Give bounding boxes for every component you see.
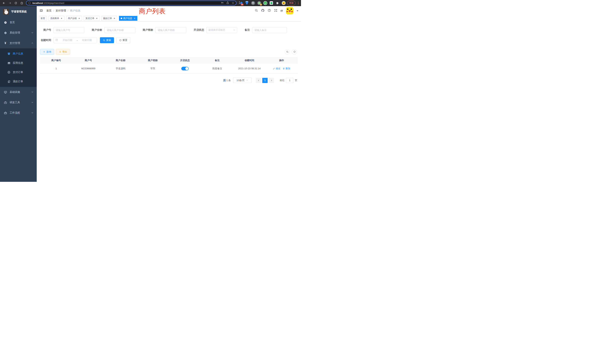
goto-page-input[interactable] <box>286 78 293 83</box>
breadcrumb: 首页 / 支付管理 / 商户信息 <box>46 9 80 12</box>
tab-refund-order[interactable]: 退款订单 ✕ <box>101 16 117 21</box>
close-icon[interactable]: ✕ <box>60 17 63 20</box>
tab-process-form[interactable]: 流程表单 ✕ <box>49 16 64 21</box>
calendar-icon <box>55 39 58 42</box>
page-size-select[interactable]: 10条/页 <box>233 78 252 83</box>
site-info-icon[interactable]: i <box>28 2 31 4</box>
reset-button[interactable]: 重置 <box>116 37 130 43</box>
status-toggle[interactable] <box>181 67 189 70</box>
close-icon[interactable]: ✕ <box>96 17 98 20</box>
extensions-puzzle-icon[interactable] <box>275 1 280 5</box>
date-range-picker[interactable]: 开始日期 - 结束日期 <box>53 37 97 43</box>
sidebar-item-merchant-info[interactable]: 商户信息 <box>0 49 37 58</box>
sidebar-item-infra[interactable]: 基础设施 <box>0 87 37 97</box>
delete-button[interactable]: 删除 <box>283 67 290 70</box>
font-size-icon[interactable]: tT <box>281 9 283 12</box>
remark-input[interactable] <box>252 27 287 33</box>
breadcrumb-separator: / <box>53 9 54 12</box>
extension-command-icon[interactable]: ⌘ <box>251 1 255 5</box>
share-icon[interactable] <box>226 1 229 5</box>
edit-button[interactable]: 修改 <box>273 67 280 70</box>
dashboard-icon <box>4 21 7 24</box>
status-select-placeholder: 请选择开启状态 <box>208 28 225 32</box>
extension-y-icon[interactable]: y <box>263 1 267 5</box>
help-icon[interactable] <box>268 9 271 13</box>
url-host: localhost <box>32 2 43 4</box>
browser-menu-icon[interactable] <box>297 2 300 4</box>
delete-button-label: 删除 <box>285 67 290 70</box>
extension-diamond-icon[interactable]: 10 <box>239 1 243 5</box>
github-icon[interactable] <box>261 9 265 13</box>
extensions-row: 10 ⌘ 1 y <box>239 1 286 5</box>
sidebar-item-app-info[interactable]: 应用信息 <box>0 58 37 68</box>
close-icon[interactable]: ✕ <box>133 17 136 20</box>
add-button[interactable]: 新增 <box>40 49 54 55</box>
column-header: 商户号 <box>72 57 105 64</box>
refresh-button[interactable] <box>292 49 297 54</box>
show-search-button[interactable] <box>285 49 290 54</box>
export-button[interactable]: 导出 <box>56 49 70 55</box>
column-header: 创建时间 <box>233 57 266 64</box>
password-key-icon[interactable] <box>221 1 224 5</box>
sidebar-collapse-icon[interactable] <box>39 9 43 13</box>
merchant-no-label: 商户号 <box>39 28 51 32</box>
tab-pay-order[interactable]: 支付订单 ✕ <box>84 16 99 21</box>
reload-icon[interactable] <box>13 0 18 5</box>
tab-label: 商户信息 <box>123 17 132 20</box>
next-page-button[interactable] <box>269 78 274 83</box>
column-header: 开启状态 <box>169 57 201 64</box>
sidebar-item-home[interactable]: 首页 <box>0 17 37 28</box>
home-icon[interactable] <box>19 0 24 5</box>
navbar: 首页 / 支付管理 / 商户信息 <box>37 6 301 15</box>
full-name-input[interactable] <box>104 27 135 33</box>
toolbox-icon <box>4 101 7 104</box>
sidebar-item-label: 工作流程 <box>10 111 20 115</box>
sidebar-item-refund-order[interactable]: 退款订单 <box>0 77 37 86</box>
close-icon[interactable]: ✕ <box>78 17 80 20</box>
browser-avatar[interactable] <box>281 1 286 5</box>
app-logo[interactable]: 芋道管理系统 <box>0 6 37 17</box>
extension-gem-icon[interactable] <box>245 1 249 5</box>
extension-chat-icon[interactable] <box>269 1 273 5</box>
tab-merchant-info[interactable]: 商户信息 ✕ <box>119 16 137 21</box>
extension-profile-icon[interactable]: 1 <box>257 1 261 5</box>
tab-home[interactable]: 首页 <box>39 16 47 21</box>
bookmark-star-icon[interactable]: ☆ <box>232 1 234 4</box>
sidebar-item-workflow[interactable]: 工作流程 <box>0 108 37 118</box>
user-avatar[interactable] <box>286 7 293 14</box>
start-date-placeholder: 开始日期 <box>60 39 75 42</box>
address-bar[interactable]: i localhost:1024/pay/merchant ☆ <box>26 0 236 5</box>
page-number-1[interactable]: 1 <box>262 78 268 83</box>
forward-icon[interactable] <box>7 0 12 5</box>
tab-user-group[interactable]: 用户分组 ✕ <box>66 16 82 21</box>
navbar-actions: tT <box>255 7 298 14</box>
breadcrumb-separator: / <box>68 9 68 12</box>
sidebar-item-pay-order[interactable]: 支付订单 <box>0 68 37 77</box>
breadcrumb-pay[interactable]: 支付管理 <box>56 9 66 12</box>
gear-icon <box>4 31 7 34</box>
header-search-icon[interactable] <box>255 9 258 13</box>
page-size-value: 10条/页 <box>236 79 245 82</box>
fullscreen-icon[interactable] <box>274 9 278 13</box>
sidebar-item-label: 支付订单 <box>13 71 23 74</box>
breadcrumb-home[interactable]: 首页 <box>46 9 52 12</box>
page-suffix: 页 <box>295 79 297 82</box>
cell-create-time: 2021-10-23 08:31:14 <box>233 64 266 73</box>
chevron-up-icon <box>31 42 33 45</box>
url-text[interactable]: localhost:1024/pay/merchant <box>32 2 221 4</box>
avatar-caret-icon[interactable] <box>297 10 298 12</box>
status-select[interactable]: 请选择开启状态 <box>206 27 237 33</box>
chrome-update-button[interactable]: 更新 <box>287 1 296 5</box>
prev-page-button[interactable] <box>256 78 261 83</box>
short-name-input[interactable] <box>155 27 186 33</box>
sidebar-item-dev-tools[interactable]: 研发工具 <box>0 97 37 108</box>
back-icon[interactable] <box>1 0 6 5</box>
column-header: 备注 <box>201 57 233 64</box>
close-icon[interactable]: ✕ <box>113 17 116 20</box>
search-button[interactable]: 搜索 <box>100 37 114 43</box>
app-title: 芋道管理系统 <box>11 10 27 13</box>
sidebar-item-pay[interactable]: ¥ 支付管理 <box>0 38 37 48</box>
table-header-row: 商户编号 商户号 商户全称 商户简称 开启状态 备注 创建时间 操作 <box>40 57 298 64</box>
merchant-no-input[interactable] <box>53 27 84 33</box>
sidebar-item-system[interactable]: 系统管理 <box>0 28 37 38</box>
